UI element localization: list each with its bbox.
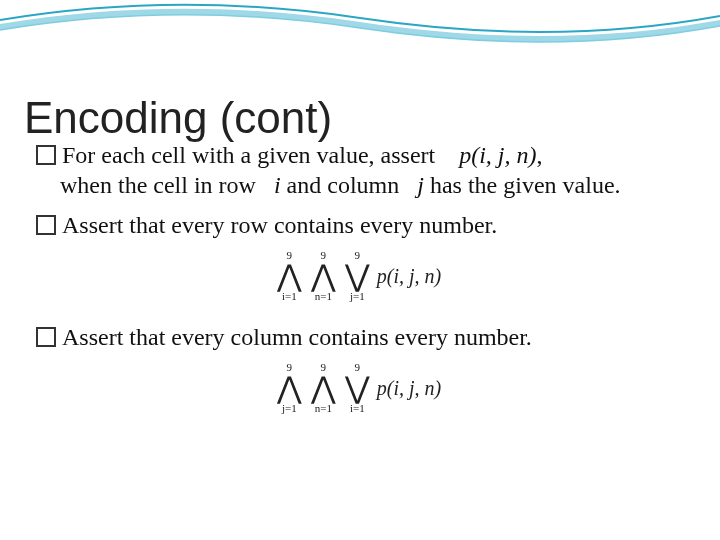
slide-body: For each cell with a given value, assert… (36, 140, 680, 432)
bullet-1-part5: has the given value. (430, 172, 621, 198)
bullet-1-part3: when the cell in row (60, 172, 256, 198)
formula-2: 9⋀j=1 9⋀n=1 9⋁i=1 p(i, j, n) (36, 362, 680, 414)
bullet-2: Assert that every row contains every num… (36, 210, 680, 240)
bullet-icon (36, 327, 56, 347)
f1-op2-lower: n=1 (311, 291, 336, 302)
bullet-1-part2: , (537, 142, 543, 168)
bullet-icon (36, 145, 56, 165)
f1-op2-sym: ⋀ (311, 261, 336, 291)
header-wave (0, 0, 720, 46)
slide: Encoding (cont) For each cell with a giv… (0, 0, 720, 540)
bullet-3: Assert that every column contains every … (36, 322, 680, 352)
bullet-icon (36, 215, 56, 235)
f2-term: p(i, j, n) (377, 377, 441, 399)
f2-op1-lower: j=1 (277, 403, 302, 414)
f2-op3-lower: i=1 (345, 403, 370, 414)
slide-title: Encoding (cont) (24, 93, 332, 143)
f2-op3-sym: ⋁ (345, 373, 370, 403)
f1-op1-sym: ⋀ (277, 261, 302, 291)
bullet-1-part4: and column (287, 172, 400, 198)
bullet-1-part1: For each cell with a given value, assert (62, 142, 435, 168)
bullet-1-math2: i (274, 172, 281, 198)
f1-op3-sym: ⋁ (345, 261, 370, 291)
f2-op2-lower: n=1 (311, 403, 336, 414)
f1-term: p(i, j, n) (377, 265, 441, 287)
f2-op1-sym: ⋀ (277, 373, 302, 403)
bullet-3-text: Assert that every column contains every … (62, 324, 532, 350)
f1-op3-lower: j=1 (345, 291, 370, 302)
bullet-1-math1: p(i, j, n) (459, 142, 536, 168)
bullet-1-math3: j (417, 172, 424, 198)
formula-1: 9⋀i=1 9⋀n=1 9⋁j=1 p(i, j, n) (36, 250, 680, 302)
f1-op1-lower: i=1 (277, 291, 302, 302)
bullet-1: For each cell with a given value, assert… (36, 140, 680, 200)
bullet-2-text: Assert that every row contains every num… (62, 212, 497, 238)
f2-op2-sym: ⋀ (311, 373, 336, 403)
